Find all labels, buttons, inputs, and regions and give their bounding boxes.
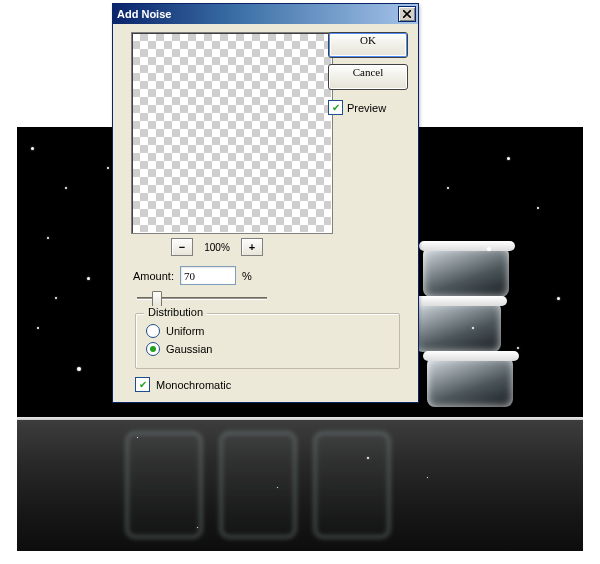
monochromatic-checkbox[interactable]: ✔ [135,377,150,392]
monochromatic-row[interactable]: ✔ Monochromatic [135,377,410,392]
ice-cubes [403,247,533,417]
zoom-out-button[interactable]: − [171,238,193,256]
zoom-out-label: − [179,241,185,253]
slider-thumb[interactable] [152,291,162,307]
zoom-controls: − 100% + [171,238,410,256]
uniform-radio-row[interactable]: Uniform [146,324,389,338]
amount-unit: % [242,270,252,282]
preview-area [131,32,333,234]
reflection [117,425,477,545]
dialog-sidebar: OK Cancel ✔ Preview [328,32,408,115]
dialog-body: OK Cancel ✔ Preview − 100% + Amount: % [113,24,418,402]
amount-input[interactable] [180,266,236,285]
ok-button[interactable]: OK [328,32,408,58]
uniform-label: Uniform [166,325,205,337]
distribution-legend: Distribution [144,306,207,318]
close-icon[interactable] [398,6,416,22]
preview-checkbox-label: Preview [347,102,386,114]
stage: Add Noise OK Cancel ✔ Preview − 100% + [0,0,600,564]
gaussian-label: Gaussian [166,343,212,355]
cancel-label: Cancel [353,66,384,78]
preview-checkbox[interactable]: ✔ [328,100,343,115]
amount-row: Amount: % [133,266,410,285]
add-noise-dialog: Add Noise OK Cancel ✔ Preview − 100% + [112,3,419,403]
gaussian-radio-row[interactable]: Gaussian [146,342,389,356]
dialog-title: Add Noise [117,8,171,20]
monochromatic-label: Monochromatic [156,379,231,391]
ok-label: OK [360,34,376,46]
preview-checkbox-row[interactable]: ✔ Preview [328,100,386,115]
amount-label: Amount: [133,270,174,282]
distribution-group: Distribution Uniform Gaussian [135,313,400,369]
zoom-in-button[interactable]: + [241,238,263,256]
zoom-in-label: + [249,241,255,253]
gaussian-radio[interactable] [146,342,160,356]
titlebar[interactable]: Add Noise [113,4,418,24]
zoom-percent: 100% [199,242,235,253]
uniform-radio[interactable] [146,324,160,338]
amount-slider[interactable] [137,289,267,305]
cancel-button[interactable]: Cancel [328,64,408,90]
